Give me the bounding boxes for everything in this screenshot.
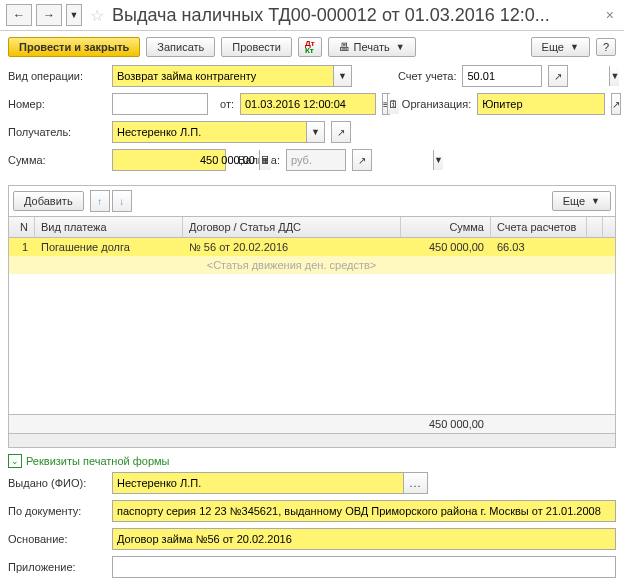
- grid-horizontal-scrollbar[interactable]: [9, 433, 615, 447]
- more-button[interactable]: Еще ▼: [531, 37, 590, 57]
- date-input[interactable]: [241, 94, 387, 114]
- grid-scroll-gutter: [587, 217, 603, 237]
- payee-label: Получатель:: [8, 126, 106, 138]
- chevron-down-icon: ▼: [570, 42, 579, 52]
- footer-sum: 450 000,00: [401, 415, 491, 433]
- currency-dropdown[interactable]: ▼: [433, 150, 443, 170]
- payee-field[interactable]: ▼: [112, 121, 325, 143]
- payee-dropdown[interactable]: ▼: [306, 122, 324, 142]
- calculator-icon[interactable]: 🖩: [259, 150, 271, 170]
- nav-forward-button[interactable]: →: [36, 4, 62, 26]
- currency-field[interactable]: ▼: [286, 149, 346, 171]
- account-dropdown[interactable]: ▼: [609, 66, 619, 86]
- sum-field[interactable]: 🖩: [112, 149, 226, 171]
- org-input[interactable]: [478, 94, 624, 114]
- issued-field[interactable]: ...: [112, 472, 428, 494]
- grid-more-button[interactable]: Еще ▼: [552, 191, 611, 211]
- issued-select-button[interactable]: ...: [403, 473, 427, 493]
- table-row-placeholder[interactable]: <Статья движения ден. средств>: [9, 256, 615, 274]
- grid-header-contract[interactable]: Договор / Статья ДДС: [183, 217, 401, 237]
- dtkt-button[interactable]: ДтКт: [298, 37, 322, 57]
- grid-header-type[interactable]: Вид платежа: [35, 217, 183, 237]
- number-input[interactable]: [113, 94, 259, 114]
- attach-input[interactable]: [113, 557, 615, 577]
- grid-header-sum[interactable]: Сумма: [401, 217, 491, 237]
- op-type-dropdown[interactable]: ▼: [333, 66, 351, 86]
- basis-label: Основание:: [8, 533, 106, 545]
- grid-more-label: Еще: [563, 195, 585, 207]
- print-label: Печать: [354, 41, 390, 53]
- cell-n[interactable]: 1: [9, 238, 35, 256]
- calendar-icon[interactable]: 🗓: [387, 94, 399, 114]
- bydoc-label: По документу:: [8, 505, 106, 517]
- sum-label: Сумма:: [8, 154, 106, 166]
- op-type-label: Вид операции:: [8, 70, 106, 82]
- bydoc-input[interactable]: [113, 501, 615, 521]
- help-button[interactable]: ?: [596, 38, 616, 56]
- favorite-star-icon[interactable]: ☆: [86, 4, 108, 26]
- cell-account[interactable]: 66.03: [491, 238, 587, 256]
- account-field[interactable]: ▼: [462, 65, 542, 87]
- move-up-button[interactable]: ↑: [90, 190, 110, 212]
- issued-label: Выдано (ФИО):: [8, 477, 106, 489]
- add-row-button[interactable]: Добавить: [13, 191, 84, 211]
- print-icon: 🖶: [339, 41, 350, 53]
- table-row[interactable]: 1 Погашение долга № 56 от 20.02.2016 450…: [9, 238, 615, 256]
- payee-open-button[interactable]: ↗: [331, 121, 351, 143]
- grid-header-account[interactable]: Счета расчетов: [491, 217, 587, 237]
- cell-type[interactable]: Погашение долга: [35, 238, 183, 256]
- account-label: Счет учета:: [398, 70, 456, 82]
- cell-contract[interactable]: № 56 от 20.02.2016: [183, 238, 401, 256]
- basis-input[interactable]: [113, 529, 615, 549]
- number-label: Номер:: [8, 98, 106, 110]
- print-section-label: Реквизиты печатной формы: [26, 455, 169, 467]
- move-down-button[interactable]: ↓: [112, 190, 132, 212]
- more-label: Еще: [542, 41, 564, 53]
- chevron-down-icon: ▼: [396, 42, 405, 52]
- page-title: Выдача наличных ТД00-000012 от 01.03.201…: [112, 5, 598, 26]
- org-field[interactable]: ▼: [477, 93, 605, 115]
- op-type-field[interactable]: ▼: [112, 65, 352, 87]
- dds-placeholder[interactable]: <Статья движения ден. средств>: [183, 256, 401, 274]
- date-field[interactable]: 🗓: [240, 93, 376, 115]
- attach-field[interactable]: [112, 556, 616, 578]
- post-and-close-button[interactable]: Провести и закрыть: [8, 37, 140, 57]
- attach-label: Приложение:: [8, 561, 106, 573]
- close-icon[interactable]: ×: [602, 7, 618, 23]
- currency-input[interactable]: [287, 150, 433, 170]
- account-input[interactable]: [463, 66, 609, 86]
- print-section-toggle[interactable]: ⌄ Реквизиты печатной формы: [0, 448, 624, 470]
- number-field[interactable]: [112, 93, 208, 115]
- op-type-input[interactable]: [113, 66, 333, 86]
- save-button[interactable]: Записать: [146, 37, 215, 57]
- chevron-down-icon: ▼: [591, 196, 600, 206]
- payments-grid: Добавить ↑ ↓ Еще ▼ N Вид платежа Договор…: [8, 185, 616, 448]
- payee-input[interactable]: [113, 122, 306, 142]
- bydoc-field[interactable]: [112, 500, 616, 522]
- org-label: Организация:: [402, 98, 471, 110]
- grid-header-n[interactable]: N: [9, 217, 35, 237]
- issued-input[interactable]: [113, 473, 403, 493]
- collapse-icon: ⌄: [8, 454, 22, 468]
- nav-history-dropdown[interactable]: ▼: [66, 4, 82, 26]
- dtkt-icon: ДтКт: [305, 40, 315, 54]
- basis-field[interactable]: [112, 528, 616, 550]
- sum-input[interactable]: [113, 150, 259, 170]
- nav-back-button[interactable]: ←: [6, 4, 32, 26]
- cell-sum[interactable]: 450 000,00: [401, 238, 491, 256]
- print-button[interactable]: 🖶 Печать ▼: [328, 37, 416, 57]
- post-button[interactable]: Провести: [221, 37, 292, 57]
